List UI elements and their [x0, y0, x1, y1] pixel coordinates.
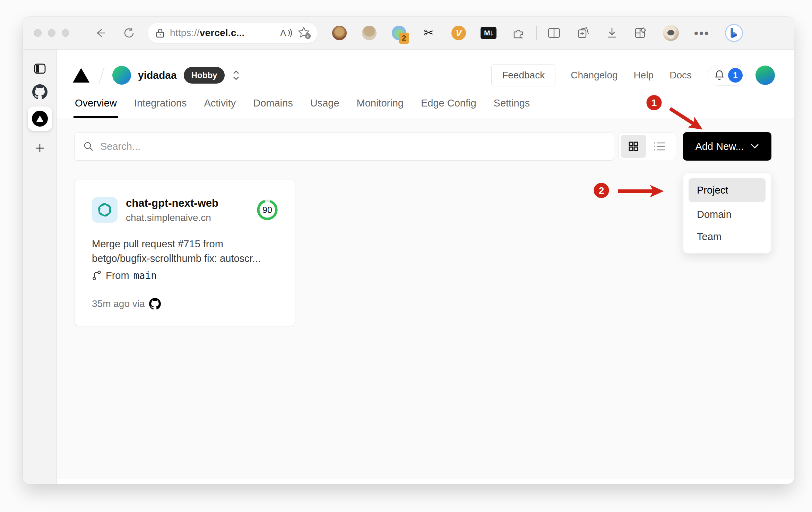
tab-integrations[interactable]: Integrations: [134, 97, 187, 118]
plan-badge: Hobby: [184, 67, 225, 84]
reload-button[interactable]: [123, 27, 135, 39]
add-new-label: Add New...: [695, 141, 744, 152]
address-bar[interactable]: https://vercel.c... A: [148, 23, 318, 43]
score-value: 90: [256, 198, 279, 221]
brand-row: yidadaa Hobby Feedback Changelog Help Do…: [73, 59, 775, 91]
profile-avatar[interactable]: [663, 25, 679, 41]
notifications-button[interactable]: 1: [708, 65, 746, 86]
favorite-star-icon[interactable]: [297, 26, 311, 40]
bing-chat-icon[interactable]: [725, 24, 743, 42]
project-domain[interactable]: chat.simplenaive.cn: [126, 212, 218, 223]
dropdown-item-domain[interactable]: Domain: [689, 203, 766, 225]
tab-activity[interactable]: Activity: [204, 97, 236, 118]
sidebar-panel-button[interactable]: [34, 63, 46, 75]
project-card-top: chat-gpt-next-web chat.simplenaive.cn 90: [92, 197, 279, 223]
bell-icon: [714, 69, 725, 82]
sidebar-add-button[interactable]: [34, 142, 46, 154]
team-switcher-chevrons-icon[interactable]: [232, 69, 240, 81]
lighthouse-score[interactable]: 90: [256, 198, 279, 221]
maximize-window-button[interactable]: [62, 29, 69, 37]
notification-count-badge: 1: [728, 68, 743, 83]
back-button[interactable]: [94, 27, 106, 39]
list-view-icon: [653, 141, 666, 152]
tab-monitoring[interactable]: Monitoring: [357, 97, 404, 118]
nav-link-help[interactable]: Help: [634, 70, 654, 81]
url-text[interactable]: https://vercel.c...: [170, 27, 275, 39]
tab-overview[interactable]: Overview: [75, 97, 117, 118]
lock-icon: [155, 28, 165, 38]
v-extension-icon[interactable]: V: [451, 25, 467, 41]
user-avatar[interactable]: [755, 66, 775, 85]
project-name[interactable]: chat-gpt-next-web: [126, 197, 218, 210]
window-controls: [34, 29, 69, 37]
search-icon: [83, 141, 94, 152]
read-aloud-icon[interactable]: A: [279, 27, 293, 39]
commit-line-1: Merge pull request #715 from: [92, 237, 279, 251]
vercel-logo-icon[interactable]: [73, 68, 89, 83]
nav-link-docs[interactable]: Docs: [670, 70, 692, 81]
sidebar-github-button[interactable]: [32, 84, 47, 100]
plus-icon: [34, 142, 46, 154]
edge-sidebar: [23, 50, 57, 484]
close-window-button[interactable]: [34, 29, 42, 37]
persona-extension-icon[interactable]: [361, 25, 377, 41]
vercel-circle-icon: [32, 111, 48, 127]
search-input[interactable]: [100, 141, 605, 152]
markdown-extension-icon[interactable]: M↓: [481, 25, 496, 41]
more-menu-icon[interactable]: •••: [694, 26, 710, 40]
workspaces-icon[interactable]: [634, 26, 648, 40]
add-new-button[interactable]: Add New...: [683, 132, 771, 161]
tab-domains[interactable]: Domains: [253, 97, 293, 118]
deploy-meta: 35m ago via: [92, 298, 145, 309]
toolbar-right-icons: •••: [547, 24, 743, 42]
toolbar-divider: [536, 26, 537, 40]
chevron-down-icon: [750, 143, 759, 150]
sidebar-panel-icon: [34, 63, 46, 75]
feedback-button[interactable]: Feedback: [491, 64, 555, 86]
overview-content: Add New...: [57, 118, 794, 479]
nav-link-changelog[interactable]: Changelog: [571, 70, 617, 81]
breadcrumb-slash: [98, 67, 105, 84]
commit-line-2: betgo/bugfix-scrollthumb fix: autoscr...: [92, 251, 279, 266]
card-footer: 35m ago via: [92, 298, 279, 310]
tab-edge-config[interactable]: Edge Config: [421, 97, 476, 118]
browser-window: https://vercel.c... A 2 ✂ V M↓: [23, 17, 794, 484]
browser-toolbar: https://vercel.c... A 2 ✂ V M↓: [23, 17, 794, 50]
branch-prefix: From: [106, 270, 129, 281]
project-search[interactable]: [74, 132, 614, 161]
sidebar-divider: [30, 136, 50, 136]
github-icon: [32, 84, 47, 100]
sidebar-vercel-button-active[interactable]: [28, 106, 52, 131]
split-screen-icon[interactable]: [547, 27, 561, 39]
commit-message: Merge pull request #715 from betgo/bugfi…: [92, 237, 279, 266]
dropdown-item-project[interactable]: Project: [689, 178, 766, 202]
downloads-icon[interactable]: [605, 26, 619, 40]
scissors-extension-icon[interactable]: ✂: [421, 25, 437, 41]
tab-settings[interactable]: Settings: [494, 97, 530, 118]
team-avatar[interactable]: [112, 66, 131, 85]
project-card[interactable]: chat-gpt-next-web chat.simplenaive.cn 90: [74, 180, 295, 326]
dropdown-item-team[interactable]: Team: [689, 225, 766, 248]
tampermonkey-extension-icon[interactable]: [331, 25, 347, 41]
extensions-puzzle-icon[interactable]: [510, 25, 526, 41]
branch-name: main: [133, 270, 157, 281]
extension-count-badge: 2: [399, 33, 409, 44]
collections-icon[interactable]: [576, 26, 590, 40]
project-titles: chat-gpt-next-web chat.simplenaive.cn: [126, 197, 218, 223]
header-right: Feedback Changelog Help Docs 1: [491, 64, 775, 86]
svg-text:A: A: [280, 28, 286, 38]
list-view-button[interactable]: [646, 141, 673, 152]
branch-row: From main: [92, 270, 279, 281]
reload-icon: [123, 27, 135, 39]
back-arrow-icon: [94, 27, 106, 39]
team-name[interactable]: yidadaa: [138, 69, 177, 81]
grid-view-icon: [628, 140, 639, 152]
add-new-dropdown: Project Domain Team: [683, 172, 771, 254]
tab-usage[interactable]: Usage: [310, 97, 339, 118]
url-scheme: https://: [170, 27, 200, 38]
vercel-page: yidadaa Hobby Feedback Changelog Help Do…: [57, 50, 794, 484]
grid-view-button[interactable]: [621, 135, 646, 158]
minimize-window-button[interactable]: [48, 29, 55, 37]
badge-extension-icon[interactable]: 2: [391, 25, 407, 41]
git-branch-icon: [92, 270, 102, 281]
